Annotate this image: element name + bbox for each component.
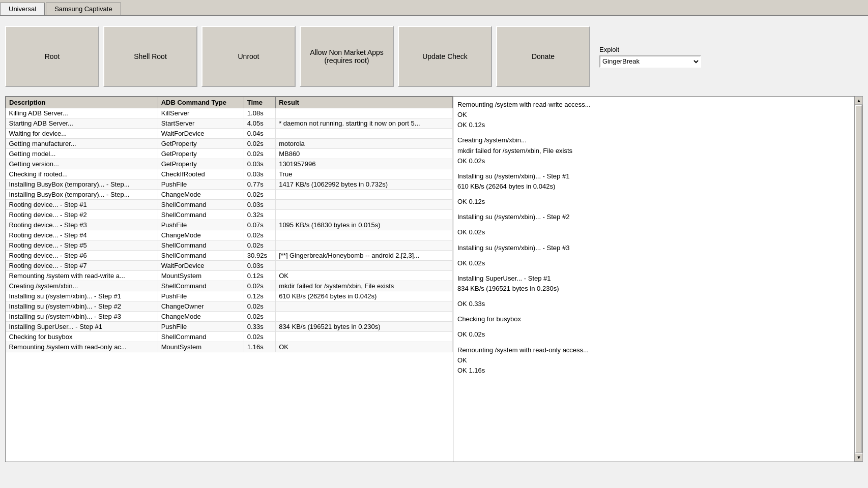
update-check-button[interactable]: Update Check <box>398 26 492 87</box>
scrollbar-up-button[interactable]: ▲ <box>855 97 863 105</box>
table-cell: Remounting /system with read-only ac... <box>6 342 158 352</box>
table-cell: True <box>276 169 453 179</box>
table-row: Installing BusyBox (temporary)... - Step… <box>6 190 453 200</box>
table-cell: Installing su (/system/xbin)... - Step #… <box>6 291 158 301</box>
table-cell: Installing su (/system/xbin)... - Step #… <box>6 301 158 312</box>
log-spacer <box>457 207 850 212</box>
table-cell: Installing BusyBox (temporary)... - Step… <box>6 179 158 190</box>
table-cell: ShellCommand <box>158 281 244 291</box>
table-row: Checking for busyboxShellCommand0.02s <box>6 332 453 342</box>
table-row: Starting ADB Server...StartServer4.05s* … <box>6 118 453 129</box>
unroot-button[interactable]: Unroot <box>201 26 296 87</box>
table-cell <box>276 129 453 139</box>
table-cell: ChangeMode <box>158 190 244 200</box>
log-line: OK 1.16s <box>457 365 850 376</box>
tab-universal[interactable]: Universal <box>0 3 45 15</box>
table-cell: Rooting device... - Step #3 <box>6 220 158 230</box>
table-cell: 0.02s <box>244 281 275 291</box>
log-line: OK 0.02s <box>457 156 850 166</box>
table-cell: Starting ADB Server... <box>6 118 158 129</box>
table-cell: 610 KB/s (26264 bytes in 0.042s) <box>276 291 453 301</box>
log-line: 834 KB/s (196521 bytes in 0.230s) <box>457 284 850 294</box>
table-row: Getting manufacturer...GetProperty0.02sm… <box>6 139 453 149</box>
root-button[interactable]: Root <box>5 26 99 87</box>
log-spacer <box>457 268 850 273</box>
table-cell: Rooting device... - Step #6 <box>6 251 158 261</box>
table-cell: MB860 <box>276 149 453 159</box>
table-cell: 1417 KB/s (1062992 bytes in 0.732s) <box>276 179 453 190</box>
table-cell: Installing BusyBox (temporary)... - Step… <box>6 190 158 200</box>
table-cell: Getting manufacturer... <box>6 139 158 149</box>
scrollbar-thumb[interactable] <box>855 105 862 453</box>
table-cell: MountSystem <box>158 342 244 352</box>
table-cell: 0.02s <box>244 230 275 240</box>
table-cell: Rooting device... - Step #5 <box>6 240 158 251</box>
table-cell: ShellCommand <box>158 251 244 261</box>
log-line: Installing su (/system/xbin)... - Step #… <box>457 243 850 253</box>
allow-non-market-button[interactable]: Allow Non Market Apps (requires root) <box>300 26 394 87</box>
table-cell: 0.03s <box>244 169 275 179</box>
table-cell: 0.02s <box>244 240 275 251</box>
table-cell: KillServer <box>158 108 244 118</box>
lower-section: Description ADB Command Type Time Result… <box>5 96 863 462</box>
table-cell <box>276 108 453 118</box>
shell-root-button[interactable]: Shell Root <box>103 26 197 87</box>
exploit-panel: Exploit GingerBreak zergRush RageAgainst… <box>599 46 701 68</box>
table-cell: GetProperty <box>158 149 244 159</box>
table-cell: CheckIfRooted <box>158 169 244 179</box>
table-cell: [**] Gingerbreak/Honeybomb -- android 2.… <box>276 251 453 261</box>
table-cell: 0.03s <box>244 159 275 169</box>
scrollbar-track: ▲ ▼ <box>854 97 862 462</box>
table-cell <box>276 210 453 220</box>
exploit-select[interactable]: GingerBreak zergRush RageAgainstTheCage <box>599 55 701 68</box>
table-cell: 0.02s <box>244 301 275 312</box>
table-row: Remounting /system with read-only ac...M… <box>6 342 453 352</box>
table-cell: * daemon not running. starting it now on… <box>276 118 453 129</box>
log-line: OK 0.02s <box>457 258 850 268</box>
col-adb-command: ADB Command Type <box>158 97 244 108</box>
table-cell: Waiting for device... <box>6 129 158 139</box>
log-spacer <box>457 340 850 345</box>
exploit-label: Exploit <box>599 46 619 53</box>
table-cell <box>276 301 453 312</box>
table-cell: OK <box>276 342 453 352</box>
log-line: Creating /system/xbin... <box>457 135 850 145</box>
table-cell: ShellCommand <box>158 210 244 220</box>
table-cell: Remounting /system with read-write a... <box>6 271 158 281</box>
table-cell: Creating /system/xbin... <box>6 281 158 291</box>
col-time: Time <box>244 97 275 108</box>
table-cell: 1.08s <box>244 108 275 118</box>
table-cell: Installing su (/system/xbin)... - Step #… <box>6 312 158 322</box>
log-line: Installing SuperUser... - Step #1 <box>457 273 850 284</box>
table-cell: PushFile <box>158 179 244 190</box>
table-cell: StartServer <box>158 118 244 129</box>
scrollbar-down-button[interactable]: ▼ <box>855 453 863 462</box>
table-cell: Checking if rooted... <box>6 169 158 179</box>
table-row: Rooting device... - Step #3PushFile0.07s… <box>6 220 453 230</box>
button-row: Root Shell Root Unroot Allow Non Market … <box>5 21 863 92</box>
log-line: Remounting /system with read-only access… <box>457 345 850 355</box>
donate-button[interactable]: Donate <box>496 26 590 87</box>
table-cell: 834 KB/s (196521 bytes in 0.230s) <box>276 322 453 332</box>
table-cell: 0.12s <box>244 291 275 301</box>
table-row: Rooting device... - Step #4ChangeMode0.0… <box>6 230 453 240</box>
table-cell: 1095 KB/s (16830 bytes in 0.015s) <box>276 220 453 230</box>
table-cell: ShellCommand <box>158 332 244 342</box>
table-cell: Getting model... <box>6 149 158 159</box>
table-cell: 1301957996 <box>276 159 453 169</box>
log-line: Installing su (/system/xbin)... - Step #… <box>457 171 850 181</box>
log-content: Remounting /system with read-write acces… <box>453 97 854 462</box>
table-cell: 0.02s <box>244 312 275 322</box>
log-spacer <box>457 309 850 314</box>
table-cell: 0.03s <box>244 261 275 271</box>
table-cell <box>276 332 453 342</box>
table-cell: WaitForDevice <box>158 129 244 139</box>
table-cell: Rooting device... - Step #7 <box>6 261 158 271</box>
log-panel: Remounting /system with read-write acces… <box>453 97 862 462</box>
tab-samsung-captivate[interactable]: Samsung Captivate <box>46 3 121 15</box>
log-spacer <box>457 166 850 171</box>
log-line: OK <box>457 110 850 120</box>
table-cell: Rooting device... - Step #2 <box>6 210 158 220</box>
table-cell: ShellCommand <box>158 240 244 251</box>
log-line: Remounting /system with read-write acces… <box>457 100 850 110</box>
